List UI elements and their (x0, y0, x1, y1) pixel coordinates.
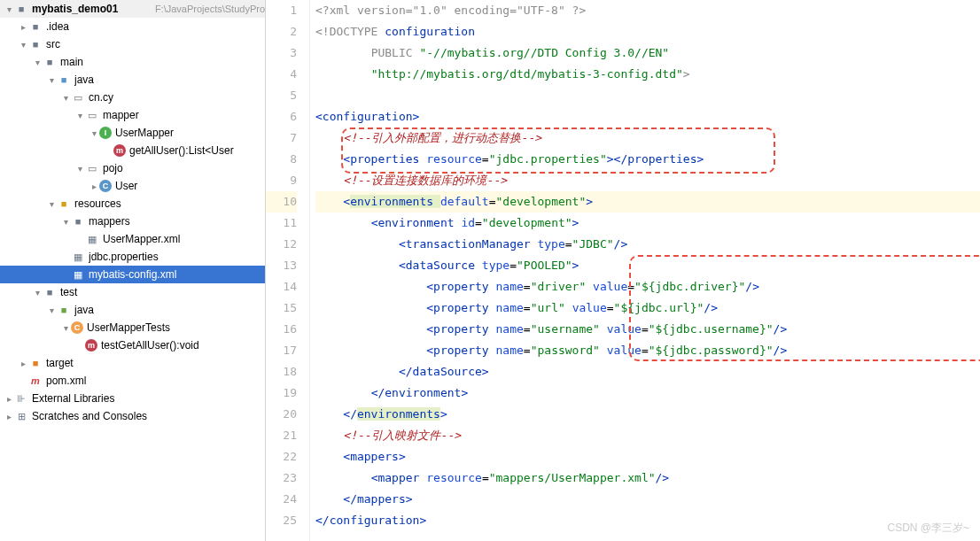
package-icon: ▭ (85, 108, 99, 122)
tree-resources[interactable]: ▾ ■ resources (0, 195, 265, 213)
tree-usermappertests[interactable]: ▾ C UserMapperTests (0, 319, 265, 336)
code-line: <!--引入映射文件--> (315, 425, 980, 446)
tree-idea[interactable]: ▸ ■ .idea (0, 18, 265, 35)
project-name: mybatis_demo01 (32, 3, 150, 15)
code-line: "http://mybatis.org/dtd/mybatis-3-config… (315, 64, 980, 85)
method-icon: m (113, 144, 126, 157)
code-line: <mapper resource="mappers/UserMapper.xml… (315, 468, 980, 489)
tree-java-main[interactable]: ▾ ■ java (0, 71, 265, 89)
code-line: <property name="url" value="${jdbc.url}"… (315, 298, 980, 319)
resources-folder-icon: ■ (57, 197, 71, 211)
code-line: <properties resource="jdbc.properties"><… (315, 149, 980, 170)
tree-main[interactable]: ▾ ■ main (0, 53, 265, 71)
code-line: </configuration> (315, 510, 980, 531)
folder-icon: ■ (43, 55, 57, 69)
tree-method-getalluser[interactable]: m getAllUser():List<User (0, 142, 265, 159)
code-line: <configuration> (315, 106, 980, 128)
code-line: <mappers> (315, 446, 980, 468)
code-line: <environments default="development"> (315, 191, 980, 213)
folder-icon: ■ (43, 285, 57, 299)
tree-mybatis-config-xml[interactable]: ▦ mybatis-config.xml (0, 266, 265, 283)
code-line: </environment> (315, 383, 980, 404)
line-gutter: 12345 6789 10 1112131415 1617181920 2122… (266, 0, 310, 541)
code-line (315, 85, 980, 106)
tree-mapper-pkg[interactable]: ▾ ▭ mapper (0, 106, 265, 124)
chevron-down-icon[interactable]: ▾ (74, 111, 85, 120)
tree-target[interactable]: ▸ ■ target (0, 354, 265, 372)
chevron-down-icon[interactable]: ▾ (46, 75, 57, 85)
chevron-down-icon[interactable]: ▾ (89, 128, 99, 138)
maven-file-icon: m (28, 374, 43, 388)
tree-project-root[interactable]: ▾ ■ mybatis_demo01 F:\JavaProjects\Study… (0, 0, 265, 18)
package-icon: ▭ (71, 90, 85, 104)
test-class-icon: C (71, 321, 83, 334)
chevron-right-icon[interactable]: ▸ (89, 182, 99, 191)
code-line: <!--引入外部配置，进行动态替换--> (315, 128, 980, 149)
code-line: <transactionManager type="JDBC"/> (315, 234, 980, 255)
code-line: <property name="username" value="${jdbc.… (315, 319, 980, 340)
chevron-down-icon[interactable]: ▾ (46, 199, 57, 209)
chevron-down-icon[interactable]: ▾ (60, 93, 71, 103)
tree-usermapper-xml[interactable]: ▦ UserMapper.xml (0, 230, 265, 248)
chevron-right-icon[interactable]: ▸ (18, 359, 28, 368)
chevron-down-icon[interactable]: ▾ (32, 288, 43, 298)
xml-file-icon: ▦ (71, 267, 85, 282)
code-line: <environment id="development"> (315, 213, 980, 234)
chevron-down-icon[interactable]: ▾ (60, 323, 71, 333)
chevron-right-icon[interactable]: ▸ (18, 22, 28, 32)
code-editor[interactable]: 12345 6789 10 1112131415 1617181920 2122… (266, 0, 980, 541)
tree-external-libraries[interactable]: ▸ ⊪ External Libraries (0, 390, 265, 407)
package-icon: ▭ (85, 161, 99, 175)
folder-icon: ■ (14, 2, 28, 16)
test-folder-icon: ■ (57, 303, 71, 317)
target-folder-icon: ■ (28, 356, 43, 370)
tree-testgetalluser[interactable]: m testGetAllUser():void (0, 336, 265, 354)
chevron-right-icon[interactable]: ▸ (4, 394, 14, 404)
chevron-down-icon[interactable]: ▾ (60, 217, 71, 227)
tree-user-class[interactable]: ▸ C User (0, 177, 265, 195)
chevron-down-icon[interactable]: ▾ (46, 305, 57, 315)
project-path: F:\JavaProjects\StudyPro (155, 4, 265, 14)
class-icon: C (99, 180, 112, 192)
folder-icon: ■ (71, 214, 85, 228)
code-line: <dataSource type="POOLED"> (315, 255, 980, 276)
tree-mappers-folder[interactable]: ▾ ■ mappers (0, 213, 265, 230)
code-line: </mappers> (315, 489, 980, 510)
tree-jdbc-properties[interactable]: ▦ jdbc.properties (0, 248, 265, 266)
library-icon: ⊪ (14, 391, 28, 406)
project-tree[interactable]: ▾ ■ mybatis_demo01 F:\JavaProjects\Study… (0, 0, 266, 541)
tree-src[interactable]: ▾ ■ src (0, 35, 265, 53)
chevron-down-icon[interactable]: ▾ (18, 40, 28, 50)
code-area[interactable]: <?xml version="1.0" encoding="UTF-8" ?> … (310, 0, 980, 541)
tree-pom-xml[interactable]: m pom.xml (0, 372, 265, 390)
properties-file-icon: ▦ (71, 250, 85, 264)
xml-file-icon: ▦ (85, 232, 99, 246)
tree-usermapper-interface[interactable]: ▾ I UserMapper (0, 124, 265, 142)
code-line: <property name="password" value="${jdbc.… (315, 340, 980, 361)
code-line: <property name="driver" value="${jdbc.dr… (315, 276, 980, 298)
tree-scratches[interactable]: ▸ ⊞ Scratches and Consoles (0, 407, 265, 425)
tree-java-test[interactable]: ▾ ■ java (0, 301, 265, 319)
method-icon: m (85, 339, 97, 352)
tree-package-cn-cy[interactable]: ▾ ▭ cn.cy (0, 89, 265, 106)
code-line: </dataSource> (315, 361, 980, 383)
code-line: PUBLIC "-//mybatis.org//DTD Config 3.0//… (315, 43, 980, 64)
chevron-right-icon[interactable]: ▸ (4, 412, 14, 421)
code-line: <!--设置连接数据库的环境--> (315, 170, 980, 191)
tree-pojo-pkg[interactable]: ▾ ▭ pojo (0, 159, 265, 177)
source-folder-icon: ■ (57, 73, 71, 87)
code-line: </environments> (315, 404, 980, 425)
chevron-down-icon[interactable]: ▾ (74, 164, 85, 174)
folder-icon: ■ (28, 37, 43, 51)
folder-icon: ■ (28, 19, 43, 34)
code-line: <!DOCTYPE configuration (315, 21, 980, 43)
interface-icon: I (99, 127, 112, 139)
scratches-icon: ⊞ (14, 409, 28, 423)
tree-test[interactable]: ▾ ■ test (0, 283, 265, 301)
chevron-down-icon[interactable]: ▾ (4, 4, 14, 14)
code-line: <?xml version="1.0" encoding="UTF-8" ?> (315, 0, 980, 21)
chevron-down-icon[interactable]: ▾ (32, 58, 43, 67)
watermark: CSDN @李三岁~ (887, 521, 969, 536)
